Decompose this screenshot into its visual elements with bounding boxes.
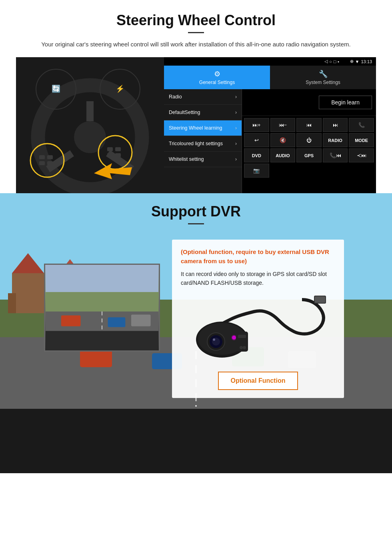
dvr-inset-photo — [44, 264, 160, 352]
menu-item-default-setting[interactable]: DefaultSetting › — [164, 105, 242, 120]
begin-learn-button[interactable]: Begin learn — [319, 96, 372, 109]
ctrl-btn-next-track[interactable]: ≺⏭ — [349, 148, 374, 162]
dvr-description-text: It can record video only to storage in G… — [181, 270, 335, 288]
svg-rect-11 — [39, 161, 45, 165]
tab-system-label: System Settings — [306, 80, 340, 85]
ctrl-btn-vol-up[interactable]: ⏭+ — [244, 118, 269, 132]
inset-scene-svg — [45, 265, 159, 350]
tab-general-settings[interactable]: ⚙ General Settings — [164, 66, 270, 89]
section-steering-wheel: Steering Wheel Control Your original car… — [0, 0, 392, 193]
svg-rect-42 — [61, 315, 81, 326]
menu-item-whitelist[interactable]: Whitelist setting › — [164, 152, 242, 167]
dvr-camera-svg — [190, 292, 326, 364]
menu-nav-icon[interactable]: ▪ — [338, 59, 339, 64]
steering-wheel-image: 🔄 ⚡ — [16, 57, 164, 193]
begin-learn-row: Begin learn — [242, 89, 376, 116]
control-buttons-grid: ⏭+ ⏮− ⏮ ⏭ 📞 ↩ 🔇 ⏻ RADIO MODE DVD AUDIO — [242, 116, 376, 180]
ctrl-btn-radio[interactable]: RADIO — [323, 133, 348, 147]
ctrl-btn-gps[interactable]: GPS — [296, 148, 322, 162]
dvr-camera-area — [181, 292, 335, 364]
wifi-status-icon: ▼ — [355, 59, 360, 64]
svg-rect-12 — [47, 161, 53, 165]
gps-status-icon: ⊕ — [350, 59, 354, 64]
ctrl-btn-audio[interactable]: AUDIO — [270, 148, 296, 162]
svg-point-55 — [231, 335, 237, 340]
menu-default-label: DefaultSetting — [169, 110, 200, 115]
ctrl-btn-extra[interactable]: 📷 — [244, 164, 269, 178]
dvr-divider — [188, 223, 204, 224]
ctrl-btn-call-prev[interactable]: 📞⏮ — [323, 148, 348, 162]
ctrl-btn-prev[interactable]: ⏮ — [296, 118, 322, 132]
ctrl-btn-back[interactable]: ↩ — [244, 133, 269, 147]
home-nav-icon[interactable]: ○ — [329, 59, 332, 64]
dvr-optional-text: (Optional function, require to buy exter… — [181, 248, 335, 266]
title-divider — [188, 32, 204, 33]
svg-point-58 — [240, 346, 243, 349]
page-title: Steering Wheel Control — [16, 12, 376, 29]
dvr-title-area: Support DVR — [0, 193, 392, 228]
svg-rect-47 — [315, 296, 325, 303]
menu-steering-label: Steering Wheel learning — [169, 125, 222, 131]
svg-point-3 — [74, 121, 106, 153]
back-nav-icon[interactable]: ◁ — [324, 59, 328, 64]
status-icons: ◁ ○ □ ▪ ⊕ ▼ 13:13 — [324, 59, 372, 64]
subtitle-text: Your original car's steering wheel contr… — [24, 40, 368, 49]
tab-general-label: General Settings — [199, 80, 235, 85]
chevron-icon: › — [235, 141, 237, 146]
menu-radio-label: Radio — [169, 94, 182, 100]
svg-rect-16 — [115, 153, 121, 157]
chevron-icon: › — [235, 110, 237, 115]
menu-item-radio[interactable]: Radio › — [164, 89, 242, 105]
svg-rect-10 — [47, 155, 53, 159]
dvr-title: Support DVR — [151, 203, 241, 220]
svg-point-53 — [213, 338, 215, 341]
time-display: 13:13 — [361, 59, 372, 64]
svg-rect-14 — [115, 147, 121, 151]
svg-point-59 — [243, 346, 246, 349]
android-content: Radio › DefaultSetting › Steering Wheel … — [164, 89, 376, 193]
svg-rect-15 — [107, 153, 113, 157]
dvr-info-card: (Optional function, require to buy exter… — [172, 240, 344, 398]
svg-rect-43 — [108, 317, 126, 327]
steering-wheel-bg: 🔄 ⚡ — [16, 57, 164, 193]
tab-system-settings[interactable]: 🔧 System Settings — [270, 66, 376, 89]
overlay-content: Support DVR — [0, 193, 392, 473]
svg-text:🔄: 🔄 — [52, 84, 61, 93]
android-statusbar: ◁ ○ □ ▪ ⊕ ▼ 13:13 — [164, 57, 376, 66]
ctrl-btn-mute[interactable]: 🔇 — [270, 133, 296, 147]
control-panel: Begin learn ⏭+ ⏮− ⏮ ⏭ 📞 ↩ 🔇 ⏻ R — [242, 89, 376, 193]
optional-function-button[interactable]: Optional Function — [218, 372, 298, 390]
inset-scene — [45, 265, 159, 350]
android-panel: ◁ ○ □ ▪ ⊕ ▼ 13:13 ⚙ General Settings — [164, 57, 376, 193]
menu-whitelist-label: Whitelist setting — [169, 156, 204, 162]
android-tabs: ⚙ General Settings 🔧 System Settings — [164, 66, 376, 89]
ctrl-btn-dvd[interactable]: DVD — [244, 148, 269, 162]
ctrl-btn-mode[interactable]: MODE — [349, 133, 374, 147]
steering-wheel-svg: 🔄 ⚡ — [16, 57, 164, 193]
ctrl-btn-next[interactable]: ⏭ — [323, 118, 348, 132]
dvr-main-content: (Optional function, require to buy exter… — [0, 228, 392, 473]
svg-rect-44 — [131, 315, 151, 326]
svg-rect-45 — [46, 331, 158, 350]
ctrl-btn-power[interactable]: ⏻ — [296, 133, 322, 147]
chevron-icon: › — [235, 125, 237, 131]
svg-text:⚡: ⚡ — [116, 84, 125, 93]
section-dvr: Support DVR — [0, 193, 392, 473]
menu-item-steering-wheel[interactable]: Steering Wheel learning › — [164, 120, 242, 136]
chevron-icon: › — [235, 94, 237, 100]
chevron-icon: › — [235, 156, 237, 162]
svg-rect-57 — [238, 335, 246, 338]
menu-item-tricoloured[interactable]: Tricoloured light settings › — [164, 136, 242, 152]
ctrl-btn-call[interactable]: 📞 — [349, 118, 374, 132]
ctrl-btn-vol-down[interactable]: ⏮− — [270, 118, 296, 132]
general-settings-icon: ⚙ — [214, 70, 220, 78]
recents-nav-icon[interactable]: □ — [334, 59, 336, 64]
android-ui-mockup: 🔄 ⚡ ◁ ○ □ ▪ ⊕ ▼ 13:13 — [16, 57, 376, 193]
svg-rect-13 — [107, 147, 113, 151]
svg-rect-9 — [39, 155, 45, 159]
menu-tricoloured-label: Tricoloured light settings — [169, 141, 223, 146]
menu-list: Radio › DefaultSetting › Steering Wheel … — [164, 89, 242, 193]
system-settings-icon: 🔧 — [319, 70, 328, 78]
